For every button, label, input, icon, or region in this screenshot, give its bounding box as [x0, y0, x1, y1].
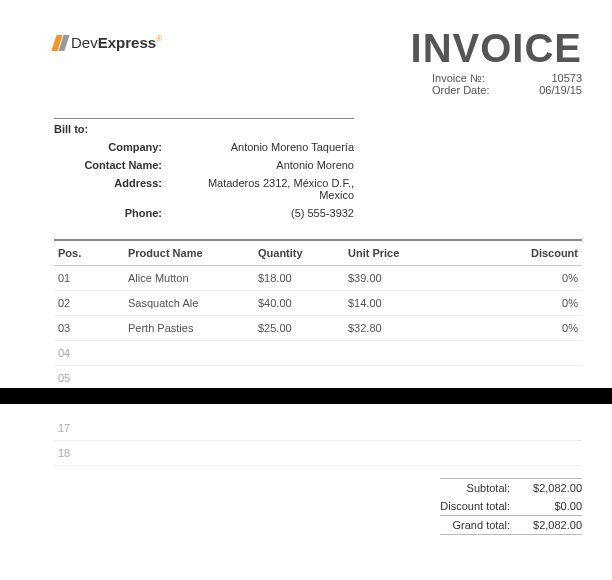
brand-logo: DevExpress® [54, 34, 162, 51]
discount-total-value: $0.00 [510, 500, 582, 512]
col-product: Product Name [124, 241, 254, 265]
discount-total-row: Discount total: $0.00 [440, 497, 582, 515]
cell-pos: 17 [54, 416, 124, 440]
grand-total-label: Grand total: [453, 519, 510, 531]
brand-logo-icon [54, 35, 67, 51]
cell-unit: $39.00 [344, 266, 474, 290]
bill-to-row: Phone: (5) 555-3932 [54, 207, 354, 219]
cell-disc: 0% [474, 291, 582, 315]
cell-product: Perth Pasties [124, 316, 254, 340]
brand-name: DevExpress® [71, 34, 162, 51]
line-items-page2: 17 18 [54, 416, 582, 466]
table-row-empty: 17 [54, 416, 582, 441]
cell-qty: $25.00 [254, 316, 344, 340]
bill-to-label: Company: [54, 141, 174, 153]
bill-to-value: (5) 555-3932 [174, 207, 354, 219]
bill-to-block: Company: Antonio Moreno Taquería Contact… [54, 141, 354, 219]
col-pos: Pos. [54, 241, 124, 265]
table-row: 02 Sasquatch Ale $40.00 $14.00 0% [54, 291, 582, 316]
cell-unit: $32.80 [344, 316, 474, 340]
cell-qty: $18.00 [254, 266, 344, 290]
totals-block: Subtotal: $2,082.00 Discount total: $0.0… [440, 478, 582, 535]
table-header: Pos. Product Name Quantity Unit Price Di… [54, 239, 582, 266]
cell-unit: $14.00 [344, 291, 474, 315]
cell-pos: 02 [54, 291, 124, 315]
cell-pos: 04 [54, 341, 124, 365]
grand-total-value: $2,082.00 [510, 519, 582, 531]
header: DevExpress® INVOICE Invoice №: 10573 Ord… [0, 0, 612, 104]
subtotal-value: $2,082.00 [510, 482, 582, 494]
bill-to-value: Antonio Moreno [174, 159, 354, 171]
col-unit-price: Unit Price [344, 241, 474, 265]
bill-to-heading: Bill to: [54, 118, 354, 141]
grand-total-row: Grand total: $2,082.00 [440, 515, 582, 535]
bill-to-row: Address: Mataderos 2312, México D.F., Me… [54, 177, 354, 201]
invoice-title: INVOICE [411, 28, 582, 68]
col-quantity: Quantity [254, 241, 344, 265]
invoice-number-label: Invoice №: [432, 72, 512, 84]
invoice-document: DevExpress® INVOICE Invoice №: 10573 Ord… [0, 0, 612, 580]
invoice-meta: Invoice №: 10573 Order Date: 06/19/15 [411, 72, 582, 96]
bill-to-row: Company: Antonio Moreno Taquería [54, 141, 354, 153]
subtotal-label: Subtotal: [467, 482, 510, 494]
page-break-gap [0, 388, 612, 404]
cell-pos: 05 [54, 366, 124, 390]
invoice-body: Bill to: Company: Antonio Moreno Taquerí… [0, 104, 612, 391]
cell-pos: 01 [54, 266, 124, 290]
table-row: 01 Alice Mutton $18.00 $39.00 0% [54, 266, 582, 291]
cell-disc: 0% [474, 266, 582, 290]
table-row-empty: 18 [54, 441, 582, 466]
bill-to-label: Address: [54, 177, 174, 201]
bill-to-label: Contact Name: [54, 159, 174, 171]
order-date: 06/19/15 [512, 84, 582, 96]
table-row-empty: 04 [54, 341, 582, 366]
cell-pos: 03 [54, 316, 124, 340]
cell-product: Alice Mutton [124, 266, 254, 290]
subtotal-row: Subtotal: $2,082.00 [440, 478, 582, 497]
cell-product: Sasquatch Ale [124, 291, 254, 315]
order-date-label: Order Date: [432, 84, 512, 96]
discount-total-label: Discount total: [440, 500, 510, 512]
cell-qty: $40.00 [254, 291, 344, 315]
bill-to-value: Antonio Moreno Taquería [174, 141, 354, 153]
bill-to-label: Phone: [54, 207, 174, 219]
bill-to-row: Contact Name: Antonio Moreno [54, 159, 354, 171]
cell-pos: 18 [54, 441, 124, 465]
col-discount: Discount [474, 241, 582, 265]
line-items-table: Pos. Product Name Quantity Unit Price Di… [54, 239, 582, 391]
invoice-number: 10573 [512, 72, 582, 84]
invoice-heading-block: INVOICE Invoice №: 10573 Order Date: 06/… [411, 28, 582, 96]
cell-disc: 0% [474, 316, 582, 340]
table-row: 03 Perth Pasties $25.00 $32.80 0% [54, 316, 582, 341]
bill-to-value: Mataderos 2312, México D.F., Mexico [174, 177, 354, 201]
